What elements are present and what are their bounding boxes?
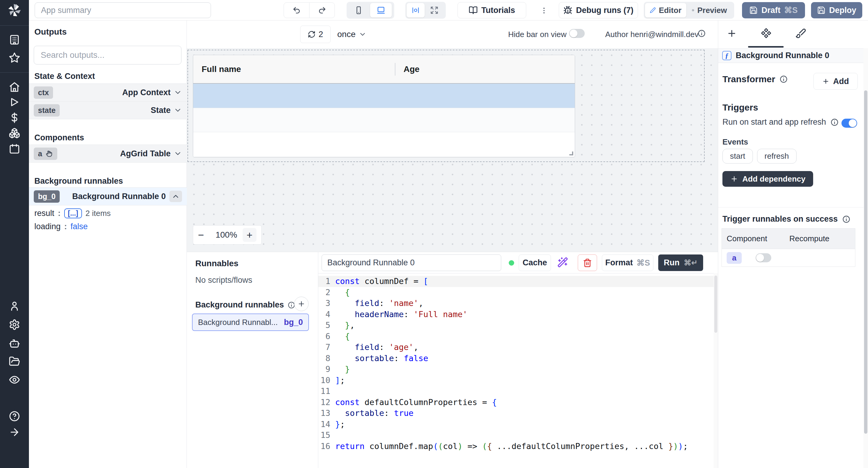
sidebar-item-runs[interactable] (9, 96, 20, 108)
tab-editor[interactable]: Editor (645, 3, 686, 18)
code-token (335, 354, 355, 363)
chevron-down-icon[interactable] (174, 88, 182, 97)
output-row-bg0[interactable]: bg_0 Background Runnable 0 (29, 187, 187, 205)
info-icon[interactable] (842, 215, 850, 224)
tutorials-button[interactable]: Tutorials (458, 2, 526, 19)
info-icon[interactable] (779, 75, 788, 83)
code-line[interactable]: 13 sortable: true (318, 408, 718, 419)
output-row-state[interactable]: state State (29, 101, 187, 119)
info-icon[interactable] (830, 118, 839, 127)
refresh-count-button[interactable]: 2 (300, 26, 331, 43)
column-header-age[interactable]: Age (395, 64, 420, 74)
center-layout-button[interactable] (407, 3, 425, 18)
more-menu-icon[interactable] (539, 4, 549, 18)
ai-wand-icon[interactable] (557, 257, 568, 269)
code-line[interactable]: 14}; (318, 419, 718, 430)
save-icon (817, 6, 826, 14)
sidebar-item-audit-logs[interactable] (9, 374, 20, 386)
mobile-view-button[interactable] (348, 3, 370, 18)
recompute-toggle[interactable] (755, 253, 771, 262)
code-line[interactable]: 11 (318, 386, 718, 397)
sidebar-item-help[interactable] (9, 410, 20, 422)
draft-button[interactable]: Draft ⌘S (742, 2, 805, 19)
undo-button[interactable] (284, 3, 309, 18)
code-line[interactable]: 2 { (318, 287, 718, 298)
chevron-down-icon[interactable] (174, 149, 182, 158)
code-line[interactable]: 16return columnDef.map((col) => ({ ...de… (318, 441, 718, 452)
delete-runnable-button[interactable] (578, 255, 597, 271)
add-tab-plus-icon[interactable] (727, 28, 737, 40)
sidebar-item-settings[interactable] (9, 319, 20, 330)
code-line[interactable]: 4 headerName: 'Full name' (318, 309, 718, 320)
code-line[interactable]: 1const columnDef = [ (318, 276, 718, 287)
sidebar-item-resources[interactable] (9, 127, 20, 139)
code-line[interactable]: 7 field: 'age', (318, 342, 718, 353)
aggrid-table-component[interactable]: Full name Age (193, 55, 575, 157)
expand-sidebar-icon[interactable] (9, 427, 20, 438)
editor-scrollbar[interactable] (714, 273, 718, 468)
windmill-logo-icon[interactable] (6, 2, 23, 19)
output-row-component-a[interactable]: a AgGrid Table (29, 144, 187, 163)
sidebar-item-workspace[interactable] (9, 34, 20, 45)
hide-bar-toggle[interactable] (569, 29, 585, 38)
collapse-bg0-button[interactable] (169, 191, 182, 202)
tab-preview[interactable]: Preview (687, 3, 732, 18)
add-background-runnable-button[interactable] (294, 297, 309, 311)
book-icon (469, 6, 478, 15)
code-line[interactable]: 3 field: 'name', (318, 298, 718, 309)
author-info-icon[interactable] (698, 29, 706, 38)
search-outputs-input[interactable] (34, 46, 181, 64)
fullscreen-icon[interactable] (425, 3, 443, 18)
redo-button[interactable] (309, 3, 335, 18)
add-dependency-button[interactable]: Add dependency (722, 171, 813, 187)
run-button[interactable]: Run ⌘↵ (658, 255, 703, 271)
deploy-button[interactable]: Deploy (811, 2, 862, 19)
debug-runs-button[interactable]: Debug runs (7) (559, 2, 638, 19)
code-line[interactable]: 8 sortable: false (318, 353, 718, 364)
code-editor[interactable]: 1const columnDef = [2 {3 field: 'name',4… (318, 273, 718, 468)
sidebar-item-folders[interactable] (9, 356, 20, 367)
column-header-full-name[interactable]: Full name (193, 64, 395, 74)
sidebar-item-workers[interactable] (9, 338, 20, 349)
code-line[interactable]: 6 { (318, 331, 718, 342)
sidebar-item-users[interactable] (9, 300, 20, 312)
resize-handle[interactable] (569, 152, 573, 156)
zoom-out-button[interactable]: − (198, 229, 210, 241)
format-button[interactable]: Format ⌘S (602, 255, 653, 271)
code-line[interactable]: 15 (318, 430, 718, 441)
code-line[interactable]: 5 }, (318, 320, 718, 331)
styling-tab[interactable] (795, 28, 806, 40)
sidebar-item-schedules[interactable] (9, 143, 20, 155)
code-line[interactable]: 10]; (318, 375, 718, 386)
panel-scrollbar[interactable] (864, 48, 868, 468)
cache-button[interactable]: Cache (519, 255, 551, 271)
chevron-down-icon[interactable] (174, 106, 182, 114)
schedule-select[interactable]: once (337, 26, 367, 43)
outputs-title: Outputs (34, 27, 67, 37)
zoom-in-button[interactable]: + (243, 228, 256, 242)
runnable-name-input[interactable] (321, 255, 501, 271)
panel-scrollbar-thumb[interactable] (864, 90, 867, 434)
desktop-view-button[interactable] (370, 3, 392, 18)
code-token (335, 310, 355, 319)
column-divider[interactable] (395, 63, 396, 76)
sidebar-item-variables[interactable] (9, 112, 20, 124)
add-transformer-button[interactable]: Add (813, 73, 858, 90)
app-canvas[interactable]: Full name Age − 100% + (187, 48, 718, 252)
editor-scrollbar-thumb[interactable] (714, 275, 717, 333)
code-line[interactable]: 9 } (318, 364, 718, 375)
table-row[interactable] (193, 108, 575, 132)
component-settings-tab[interactable] (761, 28, 772, 40)
code-token: 'Full name' (413, 310, 467, 319)
run-label: Run (664, 258, 679, 267)
output-row-ctx[interactable]: ctx App Context (29, 83, 187, 101)
run-on-start-toggle[interactable] (841, 119, 857, 128)
result-array-chip[interactable]: [...] (64, 208, 82, 218)
app-summary-input[interactable] (35, 2, 211, 18)
runnable-item-bg0[interactable]: Background Runnabl... bg_0 (192, 313, 309, 331)
table-row-selected[interactable] (193, 84, 575, 108)
table-row[interactable] (193, 132, 575, 157)
sidebar-item-favorites[interactable] (9, 52, 20, 64)
sidebar-item-home[interactable] (9, 81, 20, 93)
code-line[interactable]: 12const defaultColumnProperties = { (318, 397, 718, 408)
